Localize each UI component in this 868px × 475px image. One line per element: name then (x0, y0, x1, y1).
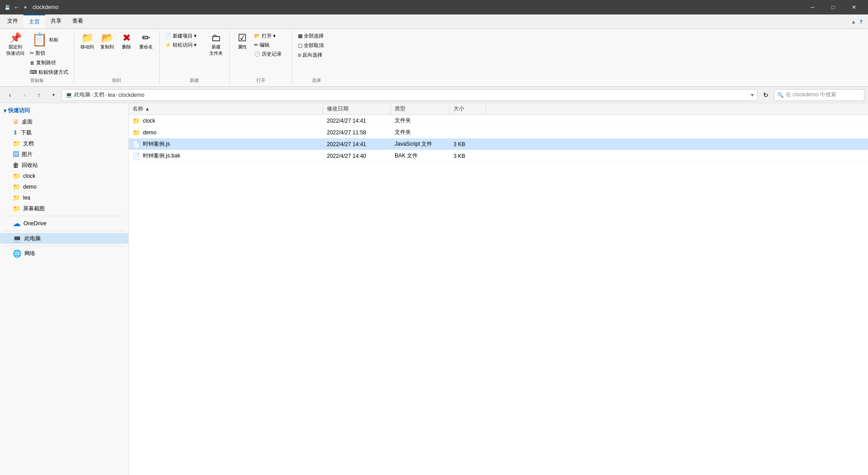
open-button[interactable]: 📂 打开 ▾ (252, 32, 288, 40)
delete-label: 删除 (122, 44, 131, 50)
select-all-button[interactable]: ▦ 全部选择 (296, 32, 337, 40)
tab-home[interactable]: 主页 (24, 14, 45, 28)
group-open: ☑ 属性 📂 打开 ▾ ✏ 编辑 🕐 历史记录 (230, 31, 292, 85)
new-folder-icon: 🗀 (211, 33, 221, 43)
ribbon-tabs: 文件 主页 共享 查看 ▲ ? (0, 14, 868, 29)
clock-filename: clock (143, 118, 155, 124)
sidebar-item-screenshots[interactable]: 📁 屏幕截图 (0, 203, 128, 214)
ribbon-help-icon[interactable]: ? (859, 19, 863, 24)
paste-shortcut-button[interactable]: ⌨ 粘贴快捷方式 (28, 68, 70, 76)
breadcrumb-pc[interactable]: 此电脑 (74, 91, 90, 99)
col-header-date[interactable]: 修改日期 (323, 103, 391, 114)
invert-selection-button[interactable]: ⧈ 反向选择 (296, 51, 337, 59)
ribbon-collapse-icon[interactable]: ▲ (851, 19, 856, 24)
open-group-label: 打开 (256, 77, 265, 84)
maximize-button[interactable]: □ (823, 0, 844, 14)
bak-file-icon: 📄 (132, 152, 140, 160)
address-dropdown-icon[interactable]: ▾ (751, 92, 754, 98)
js-file-icon: 📄 (132, 141, 140, 148)
sidebar-item-demo[interactable]: 📁 demo (0, 181, 128, 192)
sidebar-item-documents[interactable]: 📁 文档 📌 (0, 138, 128, 149)
pictures-label: 图片 (22, 151, 33, 158)
clock-folder-icon: 📁 (13, 172, 20, 180)
sidebar-item-clock[interactable]: 📁 clock (0, 171, 128, 181)
ribbon-content: 📌 固定到快速访问 📋 粘贴 ✂ 剪切 🗎 复制路径 (0, 29, 868, 86)
delete-button[interactable]: ✖ 删除 (118, 32, 136, 52)
clock-label: clock (23, 173, 35, 179)
tab-file[interactable]: 文件 (2, 14, 24, 28)
nav-bar: ‹ › ↑ ▾ 💻 此电脑 › 文档 › lea › clockdemo ▾ ↻… (0, 87, 868, 103)
demo-filename: demo (143, 129, 156, 136)
move-to-button[interactable]: 📁 移动到 (78, 32, 97, 52)
pin-to-quickaccess-button[interactable]: 📌 固定到快速访问 (4, 32, 27, 58)
copy-to-button[interactable]: 📂 复制到 (98, 32, 117, 52)
close-button[interactable]: ✕ (844, 0, 864, 14)
col-header-type[interactable]: 类型 (391, 103, 450, 114)
col-type-label: 类型 (395, 105, 406, 113)
sidebar-item-lea[interactable]: 📁 lea (0, 192, 128, 203)
copy-to-label: 复制到 (100, 44, 114, 50)
edit-button[interactable]: ✏ 编辑 (252, 41, 288, 49)
properties-button[interactable]: ☑ 属性 (233, 32, 251, 52)
new-item-button[interactable]: 📄 新建项目 ▾ (163, 32, 204, 40)
history-label: 历史记录 (262, 51, 282, 57)
file-row-clock[interactable]: 📁 clock 2022/4/27 14:41 文件夹 (129, 115, 868, 127)
sidebar-divider-1 (4, 216, 125, 216)
js-type: JavaScript 文件 (395, 140, 432, 148)
breadcrumb-clockdemo[interactable]: clockdemo (118, 92, 144, 98)
breadcrumb-docs[interactable]: 文档 (94, 91, 104, 99)
network-icon: 🌐 (13, 249, 22, 258)
edit-icon: ✏ (254, 42, 258, 48)
column-headers: 名称 ▲ 修改日期 类型 大小 (129, 103, 868, 115)
refresh-button[interactable]: ↻ (760, 89, 772, 101)
sidebar-item-network[interactable]: 🌐 网络 (0, 248, 128, 259)
tab-share[interactable]: 共享 (45, 14, 67, 28)
select-none-button[interactable]: ▢ 全部取消 (296, 41, 337, 50)
network-label: 网络 (24, 250, 35, 257)
file-row-bak[interactable]: 📄 时钟案例.js.bak 2022/4/27 14:40 BAK 文件 3 K… (129, 150, 868, 162)
save-icon[interactable]: 💾 (4, 4, 11, 11)
minimize-button[interactable]: ─ (802, 0, 823, 14)
copy-path-button[interactable]: 🗎 复制路径 (28, 58, 70, 67)
delete-icon: ✖ (123, 33, 131, 43)
search-bar[interactable]: 🔍 在 clockdemo 中搜索 (774, 89, 864, 101)
recent-locations-button[interactable]: ▾ (47, 89, 60, 101)
thispc-icon: 💻 (13, 234, 22, 243)
history-button[interactable]: 🕐 历史记录 (252, 50, 288, 58)
col-header-name[interactable]: 名称 ▲ (129, 103, 323, 114)
bak-date-cell: 2022/4/27 14:40 (323, 150, 391, 162)
demo-type-cell: 文件夹 (391, 127, 450, 138)
paste-button[interactable]: 📋 粘贴 (28, 32, 70, 48)
demo-folder-file-icon: 📁 (132, 129, 140, 136)
address-bar[interactable]: 💻 此电脑 › 文档 › lea › clockdemo ▾ (61, 89, 758, 101)
main-area: ▾ 快速访问 🖥 桌面 📌 ⬇ 下载 📌 📁 文档 📌 🖼 图片 (0, 103, 868, 475)
select-all-label: 全部选择 (304, 33, 324, 39)
back-button[interactable]: ‹ (4, 89, 16, 101)
title-bar: 💾 ↩ ▼ clockdemo ─ □ ✕ (0, 0, 868, 14)
downloads-folder-icon: ⬇ (13, 129, 18, 136)
sidebar-item-onedrive[interactable]: ☁ OneDrive (0, 218, 128, 229)
sidebar-divider-2 (4, 231, 125, 231)
easy-access-button[interactable]: ⚡ 轻松访问 ▾ (163, 41, 204, 49)
sidebar-item-desktop[interactable]: 🖥 桌面 📌 (0, 116, 128, 127)
sidebar-item-downloads[interactable]: ⬇ 下载 📌 (0, 127, 128, 138)
open-label: 打开 ▾ (262, 33, 276, 39)
sidebar-item-pictures[interactable]: 🖼 图片 📌 (0, 149, 128, 160)
file-row-js[interactable]: 📄 时钟案例.js 2022/4/27 14:41 JavaScript 文件 … (129, 138, 868, 150)
up-button[interactable]: ↑ (33, 89, 45, 101)
sidebar-item-recycle[interactable]: 🗑 回收站 (0, 160, 128, 171)
tab-view[interactable]: 查看 (67, 14, 89, 28)
group-clipboard: 📌 固定到快速访问 📋 粘贴 ✂ 剪切 🗎 复制路径 (0, 31, 74, 85)
sidebar-item-thispc[interactable]: 💻 此电脑 (0, 233, 128, 244)
cut-button[interactable]: ✂ 剪切 (28, 49, 70, 57)
quick-access-header[interactable]: ▾ 快速访问 (0, 105, 128, 116)
paste-label: 粘贴 (49, 37, 58, 43)
breadcrumb-lea[interactable]: lea (108, 92, 115, 98)
rename-button[interactable]: ✏ 重命名 (137, 32, 156, 52)
file-row-demo[interactable]: 📁 demo 2022/4/27 11:58 文件夹 (129, 127, 868, 138)
demo-name-cell: 📁 demo (129, 127, 323, 138)
col-header-size[interactable]: 大小 (450, 103, 486, 114)
undo-icon[interactable]: ↩ (13, 4, 20, 11)
menu-icon[interactable]: ▼ (22, 4, 29, 11)
new-folder-button[interactable]: 🗀 新建文件夹 (207, 32, 226, 58)
